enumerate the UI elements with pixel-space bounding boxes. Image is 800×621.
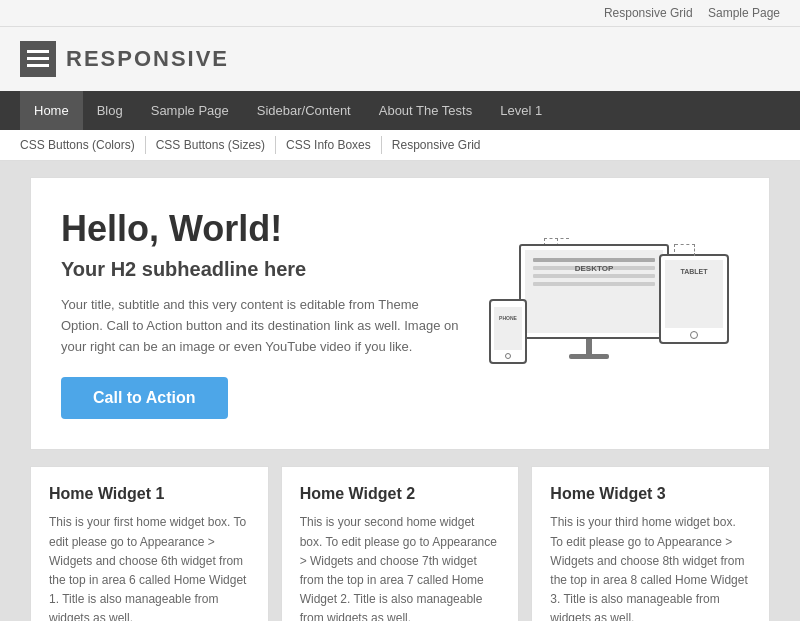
svg-rect-0	[27, 50, 49, 53]
svg-rect-1	[27, 57, 49, 60]
hero-subtitle: Your H2 subheadline here	[61, 258, 459, 281]
tablet-screen: TABLET	[665, 260, 723, 328]
screen-line	[533, 282, 655, 286]
sub-nav-css-info-boxes[interactable]: CSS Info Boxes	[276, 136, 382, 154]
hero-body: Your title, subtitle and this very conte…	[61, 295, 459, 357]
top-bar: Responsive Grid Sample Page	[0, 0, 800, 27]
hero-section: Hello, World! Your H2 subheadline here Y…	[30, 177, 770, 450]
widget-3-body: This is your third home widget box. To e…	[550, 513, 751, 621]
screen-line	[533, 258, 655, 262]
widget-1: Home Widget 1 This is your first home wi…	[30, 466, 269, 621]
widget-3-title: Home Widget 3	[550, 485, 751, 503]
tablet-label: TABLET	[665, 268, 723, 275]
nav-sample-page[interactable]: Sample Page	[137, 91, 243, 130]
monitor-screen-lines	[533, 258, 655, 290]
widget-2: Home Widget 2 This is your second home w…	[281, 466, 520, 621]
content-wrapper: Hello, World! Your H2 subheadline here Y…	[20, 177, 780, 621]
nav-blog[interactable]: Blog	[83, 91, 137, 130]
main-nav: Home Blog Sample Page Sidebar/Content Ab…	[0, 91, 800, 130]
cta-button[interactable]: Call to Action	[61, 377, 228, 419]
sub-nav: CSS Buttons (Colors) CSS Buttons (Sizes)…	[0, 130, 800, 161]
widget-3: Home Widget 3 This is your third home wi…	[531, 466, 770, 621]
topbar-link-sample[interactable]: Sample Page	[708, 6, 780, 20]
monitor-body: DESKTOP	[519, 244, 669, 339]
tablet-body: TABLET	[659, 254, 729, 344]
topbar-link-grid[interactable]: Responsive Grid	[604, 6, 693, 20]
widget-1-title: Home Widget 1	[49, 485, 250, 503]
logo-icon	[20, 41, 56, 77]
nav-about[interactable]: About The Tests	[365, 91, 486, 130]
phone-screen: PHONE	[494, 307, 522, 350]
widgets-section: Home Widget 1 This is your first home wi…	[30, 466, 770, 621]
svg-rect-2	[27, 64, 49, 67]
device-illustration: DESKTOP TABLET PHONE	[489, 234, 729, 394]
sub-nav-css-buttons-sizes[interactable]: CSS Buttons (Sizes)	[146, 136, 276, 154]
nav-sidebar[interactable]: Sidebar/Content	[243, 91, 365, 130]
arrow-tablet-2	[675, 244, 695, 245]
sub-nav-css-buttons-colors[interactable]: CSS Buttons (Colors)	[20, 136, 146, 154]
tablet-button	[690, 331, 698, 339]
monitor-screen: DESKTOP	[525, 250, 663, 333]
phone-body: PHONE	[489, 299, 527, 364]
header: RESPONSIVE	[0, 27, 800, 91]
hero-right: DESKTOP TABLET PHONE	[479, 234, 739, 394]
phone-button	[505, 353, 511, 359]
logo-text: RESPONSIVE	[66, 46, 229, 72]
arrow-line-2	[544, 238, 569, 239]
hero-title: Hello, World!	[61, 208, 459, 250]
screen-line	[533, 274, 655, 278]
arrow-tablet-3	[674, 244, 675, 252]
hero-left: Hello, World! Your H2 subheadline here Y…	[61, 208, 479, 419]
monitor-label: DESKTOP	[525, 264, 663, 273]
nav-level1[interactable]: Level 1	[486, 91, 556, 130]
sub-nav-responsive-grid[interactable]: Responsive Grid	[382, 136, 491, 154]
widget-2-body: This is your second home widget box. To …	[300, 513, 501, 621]
arrow-tablet-1	[694, 244, 695, 256]
phone-label: PHONE	[494, 315, 522, 321]
widget-2-title: Home Widget 2	[300, 485, 501, 503]
nav-home[interactable]: Home	[20, 91, 83, 130]
widget-1-body: This is your first home widget box. To e…	[49, 513, 250, 621]
monitor-base	[569, 354, 609, 359]
